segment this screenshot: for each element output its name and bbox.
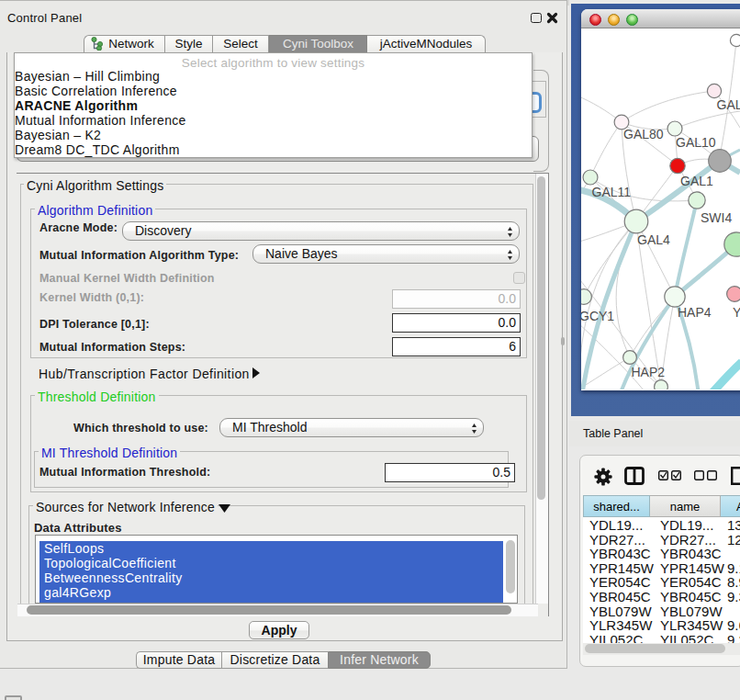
svg-text:GAL10: GAL10 (676, 135, 716, 150)
svg-text:GAL4: GAL4 (637, 232, 670, 247)
svg-text:HAP2: HAP2 (632, 365, 666, 379)
svg-text:GAL11: GAL11 (592, 185, 632, 199)
svg-text:GCY1: GCY1 (581, 309, 614, 323)
svg-text:YJ: YJ (733, 305, 740, 320)
svg-text:GAL1: GAL1 (680, 174, 713, 188)
svg-text:HAP4: HAP4 (678, 305, 712, 320)
svg-text:GAL7: GAL7 (717, 97, 740, 112)
svg-text:GAL80: GAL80 (623, 127, 664, 141)
svg-text:SWI4: SWI4 (701, 210, 732, 225)
